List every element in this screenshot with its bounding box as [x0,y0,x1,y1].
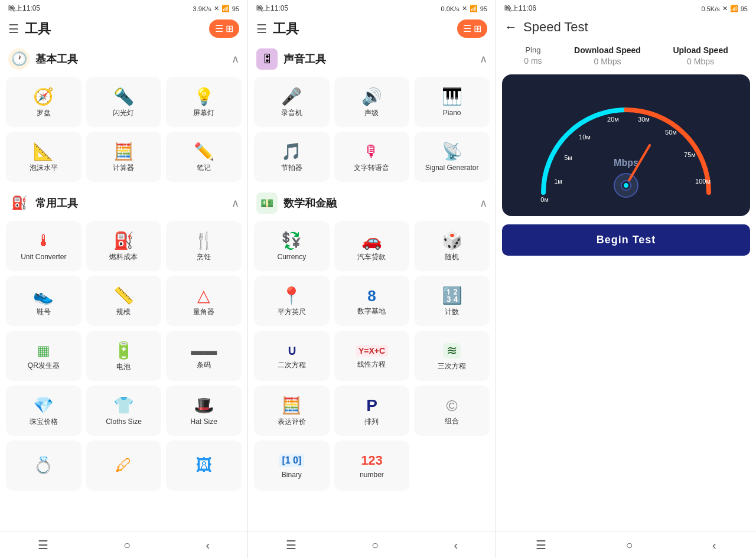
tool-quadratic[interactable]: ∪ 二次方程 [254,331,330,381]
nav-back-mid[interactable]: ‹ [454,539,458,552]
section-math-left: 💵 数学和金融 [256,192,337,214]
tool-image[interactable]: 🖼 [166,440,242,491]
tool-number[interactable]: 123 number [334,440,410,491]
tool-unit-label: Unit Converter [21,253,66,261]
tool-signal-gen[interactable]: 📡 Signal Generator [414,132,490,182]
tool-binary[interactable]: [1 0] Binary [254,440,330,491]
status-bar-mid: 晚上11:05 0.0K/s ✕ 📶 95 [248,0,496,17]
status-icons-mid: 0.0K/s ✕ 📶 95 [441,5,487,12]
tool-carloan[interactable]: 🚗 汽车贷款 [334,221,410,271]
tool-screenlight-label: 屏幕灯 [193,109,214,117]
tool-sqft-label: 平方英尺 [278,308,306,316]
tool-linear[interactable]: Y=X+C 线性方程 [334,331,410,381]
tool-scale[interactable]: 📏 规模 [86,276,162,326]
wifi-icon-mid: 📶 [470,5,478,12]
bottom-nav-left: ☰ ○ ‹ [0,531,247,558]
tool-cubic[interactable]: ≋ 三次方程 [414,331,490,381]
sound-chevron[interactable]: ∧ [480,53,487,66]
nav-menu-left[interactable]: ☰ [38,538,48,552]
tool-piano[interactable]: 🎹 Piano [414,77,490,127]
tool-flashlight[interactable]: 🔦 闪光灯 [86,77,162,127]
tool-ring[interactable]: 💍 [6,440,82,491]
tool-jewelry[interactable]: 💎 珠宝价格 [6,386,82,436]
tool-compass[interactable]: 🧭 罗盘 [6,77,82,127]
speed-mid: 0.0K/s [441,5,460,12]
gauge-svg: 0м 1м 5м 10м 20м 30м 50м 75м 100м Mbps [526,86,726,216]
tool-volume-label: 声级 [364,109,379,117]
nav-home-mid[interactable]: ○ [372,539,379,552]
tool-barcode[interactable]: ▬▬ 条码 [166,331,242,381]
tool-volume[interactable]: 🔊 声级 [334,77,410,127]
tool-calc[interactable]: 🧮 计算器 [86,132,162,182]
tool-jewelry-label: 珠宝价格 [30,417,58,426]
status-icons-right: 0.5K/s ✕ 📶 95 [702,5,748,12]
svg-text:30м: 30м [638,116,650,123]
toggle-btn-left[interactable]: ☰ ⊞ [209,19,239,38]
nav-home-left[interactable]: ○ [123,539,131,552]
tool-eval[interactable]: 🧮 表达评价 [254,386,330,436]
tool-note-label: 笔记 [197,164,211,172]
signal-icon-left: ✕ [214,5,219,12]
nav-back-left[interactable]: ‹ [206,539,210,552]
back-button[interactable]: ← [504,19,517,35]
tool-sqft[interactable]: 📍 平方英尺 [254,276,330,326]
tool-level[interactable]: 📐 泡沫水平 [6,132,82,182]
tool-counter[interactable]: 🔢 计数 [414,276,490,326]
stat-ping: Ping 0 ms [524,45,542,66]
tool-tts[interactable]: 🎙 文字转语音 [334,132,410,182]
tool-cloths-label: Cloths Size [106,417,142,426]
tool-cook[interactable]: 🍴 烹饪 [166,221,242,271]
nav-menu-mid[interactable]: ☰ [286,538,296,552]
tool-level-label: 泡沫水平 [30,164,58,172]
nav-menu-right[interactable]: ☰ [536,538,546,552]
common-chevron[interactable]: ∧ [232,197,239,210]
tool-currency[interactable]: 💱 Currency [254,221,330,271]
tool-hat[interactable]: 🎩 Hat Size [166,386,242,436]
tool-qr[interactable]: ▦ QR发生器 [6,331,82,381]
tool-shoe[interactable]: 👟 鞋号 [6,276,82,326]
menu-icon-left[interactable]: ☰ [8,22,19,36]
stat-upload: Upload Speed 0 Mbps [673,45,728,66]
tool-random[interactable]: 🎲 随机 [414,221,490,271]
nav-back-right[interactable]: ‹ [712,539,716,552]
tool-note[interactable]: ✏️ 笔记 [166,132,242,182]
tool-recorder[interactable]: 🎤 录音机 [254,77,330,127]
speed-top-bar: ← Speed Test [496,17,756,41]
section-basic-header: 🕐 基本工具 ∧ [0,43,247,74]
basic-chevron[interactable]: ∧ [232,53,239,66]
tool-carloan-label: 汽车贷款 [357,253,386,261]
tool-unit-converter[interactable]: 🌡 Unit Converter [6,221,82,271]
scroll-mid: 🎛 声音工具 ∧ 🎤 录音机 🔊 声级 🎹 Piano 🎵 节拍器 [248,43,496,531]
wifi-icon-right: 📶 [730,5,738,12]
tool-combination[interactable]: © 组合 [414,386,490,436]
tool-combination-label: 组合 [445,417,459,425]
tool-protractor[interactable]: △ 量角器 [166,276,242,326]
math-chevron[interactable]: ∧ [480,197,487,210]
tool-numbase[interactable]: 8 数字基地 [334,276,410,326]
tool-hat-label: Hat Size [190,417,217,426]
tool-battery[interactable]: 🔋 电池 [86,331,162,381]
tool-quadratic-label: 二次方程 [278,361,306,369]
toggle-btn-mid[interactable]: ☰ ⊞ [457,19,487,38]
tool-permutation[interactable]: P 排列 [334,386,410,436]
tool-cloths[interactable]: 👕 Cloths Size [86,386,162,436]
ping-value: 0 ms [524,56,542,66]
tool-numbase-label: 数字基地 [357,307,386,315]
signal-icon-right: ✕ [722,5,728,12]
begin-test-button[interactable]: Begin Test [502,224,750,256]
nav-home-right[interactable]: ○ [626,539,633,552]
section-basic-left: 🕐 基本工具 [8,48,78,70]
status-icons-left: 3.9K/s ✕ 📶 95 [193,5,239,12]
tool-pen[interactable]: 🖊 [86,440,162,491]
panel-right: 晚上11:06 0.5K/s ✕ 📶 95 ← Speed Test Ping … [496,0,756,558]
status-bar-right: 晚上11:06 0.5K/s ✕ 📶 95 [496,0,756,17]
tool-fuel[interactable]: ⛽ 燃料成本 [86,221,162,271]
stat-download: Download Speed 0 Mbps [574,45,641,66]
list-icon-left: ☰ [215,23,223,34]
common-icon: ⛽ [8,192,30,214]
tool-screenlight[interactable]: 💡 屏幕灯 [166,77,242,127]
menu-icon-mid[interactable]: ☰ [256,22,267,36]
tool-metronome[interactable]: 🎵 节拍器 [254,132,330,182]
ping-label: Ping [524,45,542,54]
battery-right: 95 [741,5,748,12]
